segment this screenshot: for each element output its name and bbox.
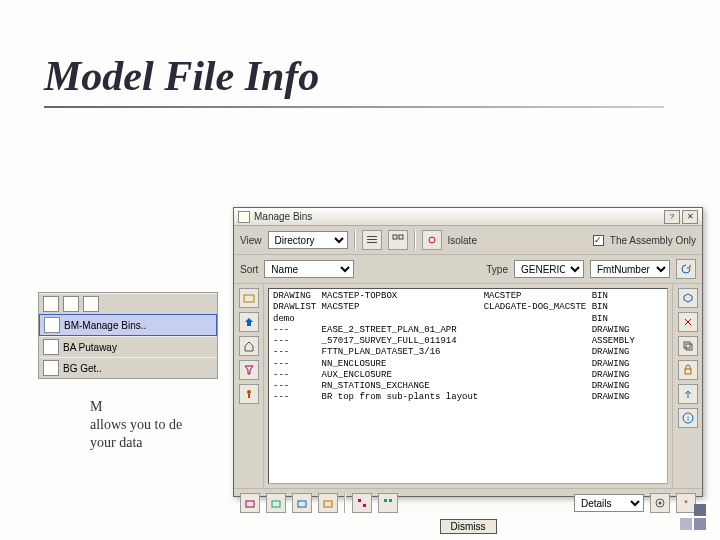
menu-item-putaway[interactable]: BA Putaway [39,336,217,357]
lock-icon[interactable] [678,360,698,380]
body-text-line: M [90,398,102,417]
info-icon[interactable]: i [678,408,698,428]
copy-icon[interactable] [678,336,698,356]
export-icon[interactable] [678,384,698,404]
settings-icon[interactable] [650,493,670,513]
svg-text:i: i [687,415,689,422]
assembly-icon[interactable] [352,493,372,513]
svg-rect-21 [389,499,392,502]
tool-icon [63,296,79,312]
file-row[interactable]: --- AUX_ENCLOSURE DRAWING [273,370,663,381]
svg-rect-2 [367,242,377,243]
help-button[interactable]: ? [664,210,680,224]
tool-icon [83,296,99,312]
open-icon[interactable] [239,288,259,308]
dialog-footer: Dismiss [234,517,702,538]
svg-rect-27 [694,518,706,530]
dismiss-button[interactable]: Dismiss [440,519,497,534]
file-row[interactable]: --- RN_STATIONS_EXCHANGE DRAWING [273,381,663,392]
details-select[interactable]: Details [574,494,644,512]
menu-item-manage-bins[interactable]: BM-Manage Bins.. [39,314,217,336]
svg-rect-1 [367,239,377,240]
svg-rect-15 [272,501,280,507]
collect-icon[interactable] [378,493,398,513]
svg-rect-20 [384,499,387,502]
assembly-only-checkbox[interactable]: ✓ [593,235,604,246]
refresh-icon[interactable] [676,259,696,279]
close-button[interactable]: ✕ [682,210,698,224]
svg-rect-16 [298,501,306,507]
right-tool-column: i [672,284,702,488]
floating-menu: BM-Manage Bins.. BA Putaway BG Get.. [38,292,218,379]
svg-rect-10 [686,344,692,350]
bottom-toolbar: Details * [234,488,702,517]
bin-remove-icon[interactable] [266,493,286,513]
up-icon[interactable] [239,312,259,332]
file-row[interactable]: --- NN_ENCLOSURE DRAWING [273,359,663,370]
file-listing[interactable]: DRAWING MACSTEP-TOPBOX MACSTEP BINDRAWLI… [268,288,668,484]
file-row[interactable]: --- FTTN_PLAN_DATASET_3/16 DRAWING [273,347,663,358]
page-title: Model File Info [44,52,319,100]
file-row[interactable]: --- EASE_2_STREET_PLAN_01_APR DRAWING [273,325,663,336]
svg-rect-14 [246,501,254,507]
file-row[interactable]: DRAWING MACSTEP-TOPBOX MACSTEP BIN [273,291,663,302]
bin-copy-icon[interactable] [318,493,338,513]
pin-icon[interactable] [239,384,259,404]
toolbar-row-view: View Directory Isolate ✓ The Assembly On… [234,226,702,255]
putaway-icon [43,339,59,355]
view-select[interactable]: Directory [268,231,348,249]
tool-icon [43,296,59,312]
type-label: Type [486,264,508,275]
svg-point-7 [247,390,251,394]
dialog-content: DRAWING MACSTEP-TOPBOX MACSTEP BINDRAWLI… [234,284,702,488]
type-select[interactable]: GENERIC [514,260,584,278]
file-row[interactable]: --- BR top from sub-plants layout DRAWIN… [273,392,663,403]
delete-icon[interactable] [678,312,698,332]
svg-rect-3 [393,235,397,239]
isolate-label: Isolate [448,235,477,246]
isolate-icon[interactable] [422,230,442,250]
separator [344,493,346,513]
bin-icon [44,317,60,333]
left-tool-column [234,284,264,488]
corner-decoration [676,500,710,534]
menu-item-label: BA Putaway [63,342,117,353]
format-select[interactable]: FmtNumber [590,260,670,278]
svg-rect-8 [248,394,250,398]
app-icon [238,211,250,223]
list-view-icon[interactable] [362,230,382,250]
file-row[interactable]: --- _57017_SURVEY_FULL_011914 ASSEMBLY [273,336,663,347]
menu-item-label: BM-Manage Bins.. [64,320,146,331]
title-rule [44,106,664,108]
manage-bins-dialog: Manage Bins ? ✕ View Directory Isolate ✓… [233,207,703,497]
svg-rect-4 [399,235,403,239]
menu-item-label: BG Get.. [63,363,102,374]
filter-icon[interactable] [239,360,259,380]
svg-rect-0 [367,236,377,237]
body-text-line: your data [90,434,142,453]
home-icon[interactable] [239,336,259,356]
view-label: View [240,235,262,246]
file-row[interactable]: DRAWLIST MACSTEP CLADGATE-DOG_MACSTE BIN [273,302,663,313]
bin-move-icon[interactable] [292,493,312,513]
detail-view-icon[interactable] [388,230,408,250]
get-icon [43,360,59,376]
svg-rect-18 [358,499,361,502]
svg-rect-25 [694,504,706,516]
svg-rect-9 [684,342,690,348]
svg-rect-26 [680,518,692,530]
separator [414,230,416,250]
body-text-line: allows you to de [90,416,182,435]
separator [354,230,356,250]
svg-rect-19 [363,504,366,507]
file-row[interactable]: demo BIN [273,314,663,325]
menu-item [39,293,217,314]
svg-rect-6 [244,295,254,302]
menu-item-get[interactable]: BG Get.. [39,357,217,378]
sort-select[interactable]: Name [264,260,354,278]
assembly-only-label: The Assembly Only [610,235,696,246]
toolbar-row-sort: Sort Name Type GENERIC FmtNumber [234,255,702,284]
view3d-icon[interactable] [678,288,698,308]
svg-rect-11 [685,369,691,374]
bin-add-icon[interactable] [240,493,260,513]
